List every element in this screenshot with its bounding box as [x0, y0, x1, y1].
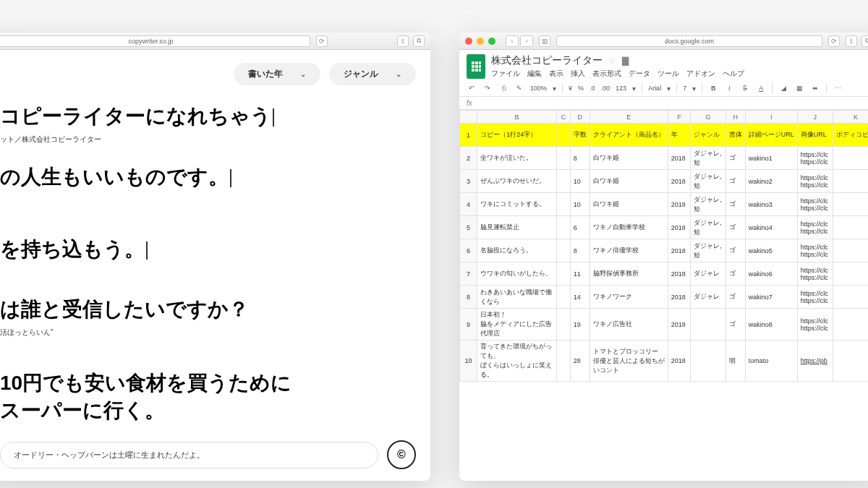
column-header[interactable]: D — [570, 111, 590, 124]
header-cell[interactable]: クライアント（商品名） — [590, 124, 668, 147]
reload-icon[interactable]: ⟳ — [828, 35, 840, 47]
merge-icon[interactable]: ⬌ — [810, 83, 820, 93]
cell[interactable]: wakino4 — [745, 216, 797, 239]
cell[interactable]: ダジャレ,短 — [691, 239, 726, 262]
cell[interactable]: 19 — [570, 309, 590, 341]
formula-bar[interactable]: fx — [459, 97, 868, 110]
row-header[interactable]: 1 — [460, 124, 477, 147]
cell[interactable]: 日本初！ 脇をメディアにした広告代理店 — [477, 309, 557, 341]
row-header[interactable]: 7 — [460, 262, 477, 286]
paint-format-icon[interactable]: ✎ — [514, 83, 524, 93]
reload-icon[interactable]: ⟳ — [316, 35, 328, 47]
text-color-icon[interactable]: A — [756, 83, 766, 93]
minimize-icon[interactable] — [477, 38, 484, 45]
column-header[interactable]: J — [797, 111, 833, 124]
row-header[interactable]: 2 — [460, 147, 477, 170]
cell[interactable]: https://clc https://clc — [797, 147, 833, 170]
row-header[interactable]: 3 — [460, 170, 477, 193]
cell[interactable]: ワキノワーク — [590, 286, 668, 309]
column-header[interactable]: H — [726, 111, 745, 124]
cell[interactable] — [833, 216, 868, 239]
cell[interactable]: https://pb — [797, 341, 833, 382]
cell[interactable]: https://clc https://clc — [797, 262, 833, 286]
cell[interactable] — [557, 239, 571, 262]
cell[interactable] — [557, 170, 571, 193]
menu-format[interactable]: 表示形式 — [592, 69, 621, 79]
cell[interactable]: 2018 — [668, 341, 690, 382]
cell[interactable]: https://clc https://clc — [797, 286, 833, 309]
cell[interactable]: ゴ — [726, 147, 745, 170]
cell[interactable] — [691, 309, 726, 341]
cell[interactable]: 2018 — [668, 309, 690, 341]
cell[interactable]: ダジャレ,短 — [691, 170, 726, 193]
column-header[interactable]: C — [557, 111, 571, 124]
row-header[interactable]: 8 — [460, 286, 477, 309]
cell[interactable]: 名脇役になろう。 — [477, 239, 557, 262]
cell[interactable]: 2018 — [668, 239, 690, 262]
tabs-icon[interactable]: ⧉ — [861, 35, 868, 47]
cell[interactable]: wakino3 — [745, 193, 797, 216]
cell[interactable]: https://clc https://clc — [797, 239, 833, 262]
sidebar-icon[interactable]: ▥ — [539, 35, 550, 47]
cell[interactable]: ウワキの匂いがしたら、 — [477, 262, 557, 286]
cell[interactable]: 2018 — [668, 286, 690, 309]
cell[interactable]: ゴ — [726, 239, 745, 262]
cell[interactable]: トマトとブロッコリー 俳優と芸人による短ちがいコント — [590, 341, 668, 382]
cell[interactable]: 8 — [570, 239, 590, 262]
cell[interactable] — [833, 193, 868, 216]
header-cell[interactable]: ジャンル — [691, 124, 726, 147]
menu-help[interactable]: ヘルプ — [723, 69, 744, 79]
cell[interactable]: 2018 — [668, 170, 690, 193]
cell[interactable]: 10 — [570, 193, 590, 216]
percent-button[interactable]: % — [578, 85, 584, 92]
row-header[interactable]: 6 — [460, 239, 477, 262]
cell[interactable]: ゴ — [726, 262, 745, 286]
cell[interactable]: wakino1 — [745, 147, 797, 170]
cell[interactable] — [833, 147, 868, 170]
cell[interactable]: 2018 — [668, 193, 690, 216]
cell[interactable]: https://clc https://clc — [797, 309, 833, 341]
header-cell[interactable] — [557, 124, 571, 147]
spreadsheet-grid[interactable]: BCDEFGHIJK1コピー（1行24字）字数クライアント（商品名）年ジャンル書… — [459, 110, 868, 481]
header-cell[interactable]: コピー（1行24字） — [477, 124, 557, 147]
cell[interactable]: ダジャレ,短 — [691, 147, 726, 170]
cell[interactable] — [833, 341, 868, 382]
cell[interactable]: ゴ — [726, 216, 745, 239]
column-header[interactable]: F — [668, 111, 690, 124]
cell[interactable]: ワキにコミットする。 — [477, 193, 557, 216]
row-header[interactable]: 4 — [460, 193, 477, 216]
cell[interactable] — [557, 193, 571, 216]
header-cell[interactable]: 字数 — [570, 124, 590, 147]
cell[interactable]: wakino2 — [745, 170, 797, 193]
cell[interactable]: 脇野探偵事務所 — [590, 262, 668, 286]
row-header[interactable]: 5 — [460, 216, 477, 239]
close-icon[interactable] — [465, 38, 472, 45]
column-header[interactable]: B — [477, 111, 557, 124]
cell[interactable] — [557, 262, 571, 286]
font-size-select[interactable]: 7 — [683, 85, 686, 92]
cell[interactable]: ダジャレ — [691, 286, 726, 309]
cell[interactable] — [557, 341, 571, 382]
undo-icon[interactable]: ↶ — [467, 83, 477, 93]
menu-tools[interactable]: ツール — [658, 69, 679, 79]
cell[interactable]: 明 — [726, 341, 745, 382]
back-button[interactable]: ‹ — [506, 35, 519, 47]
cell[interactable]: ぜんぶワキのせいだ。 — [477, 170, 557, 193]
cell[interactable] — [833, 170, 868, 193]
cell[interactable]: 8 — [570, 147, 590, 170]
cell[interactable]: wakino5 — [745, 239, 797, 262]
logo-button[interactable]: © — [387, 440, 416, 469]
cell[interactable]: ゴ — [726, 309, 745, 341]
cell[interactable]: 2018 — [668, 262, 690, 286]
filter-year[interactable]: 書いた年 ⌄ — [234, 63, 320, 85]
cell[interactable]: 脇見運転禁止 — [477, 216, 557, 239]
header-cell[interactable]: 画像URL — [797, 124, 833, 147]
cell[interactable]: ワキノ自動車学校 — [590, 216, 668, 239]
address-bar[interactable]: docs.google.com — [556, 35, 822, 47]
currency-button[interactable]: ¥ — [569, 85, 572, 92]
share-icon[interactable]: ⇪ — [846, 35, 857, 47]
cell[interactable]: ゴ — [726, 193, 745, 216]
cell[interactable]: ゴ — [726, 286, 745, 309]
filter-genre[interactable]: ジャンル ⌄ — [329, 63, 416, 85]
borders-icon[interactable]: ▦ — [794, 83, 804, 93]
